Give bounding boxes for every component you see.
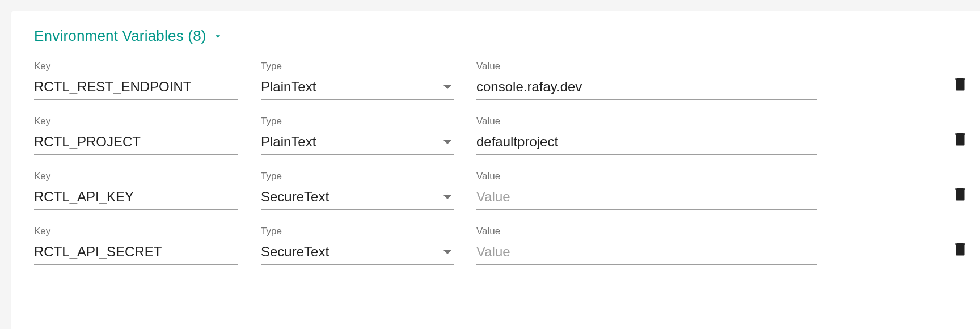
key-field: Key <box>34 226 238 265</box>
trash-icon <box>952 129 969 150</box>
value-field: Value <box>476 226 817 265</box>
delete-button[interactable] <box>952 239 969 265</box>
dropdown-arrow-icon <box>443 195 451 199</box>
key-label: Key <box>34 226 238 237</box>
value-field: Value <box>476 116 817 155</box>
key-field: Key <box>34 61 238 100</box>
env-var-row: Key Type PlainText Value <box>34 116 969 155</box>
type-value: SecureText <box>261 189 329 205</box>
value-field: Value <box>476 171 817 210</box>
delete-button[interactable] <box>952 74 969 100</box>
key-label: Key <box>34 61 238 72</box>
type-select[interactable]: SecureText <box>261 241 454 265</box>
type-label: Type <box>261 171 454 182</box>
key-field: Key <box>34 116 238 155</box>
dropdown-arrow-icon <box>443 140 451 144</box>
trash-icon <box>952 74 969 95</box>
key-field: Key <box>34 171 238 210</box>
dropdown-arrow-icon <box>443 250 451 254</box>
dropdown-arrow-icon <box>443 85 451 89</box>
type-select[interactable]: PlainText <box>261 75 454 100</box>
value-input[interactable] <box>476 130 817 155</box>
value-input[interactable] <box>476 75 817 100</box>
value-input[interactable] <box>476 185 817 210</box>
key-input[interactable] <box>34 185 238 210</box>
env-vars-card: Environment Variables (8) Key Type Plain… <box>11 11 980 329</box>
chevron-down-icon <box>212 31 223 42</box>
trash-icon <box>952 239 969 260</box>
type-select[interactable]: SecureText <box>261 185 454 210</box>
key-label: Key <box>34 116 238 127</box>
env-var-row: Key Type SecureText Value <box>34 171 969 210</box>
delete-button[interactable] <box>952 129 969 155</box>
type-field: Type PlainText <box>261 61 454 100</box>
section-title: Environment Variables (8) <box>34 27 206 45</box>
type-label: Type <box>261 226 454 237</box>
value-field: Value <box>476 61 817 100</box>
type-label: Type <box>261 116 454 127</box>
value-label: Value <box>476 171 817 182</box>
type-field: Type PlainText <box>261 116 454 155</box>
value-label: Value <box>476 116 817 127</box>
type-value: PlainText <box>261 79 316 95</box>
key-input[interactable] <box>34 241 238 265</box>
value-input[interactable] <box>476 241 817 265</box>
key-label: Key <box>34 171 238 182</box>
key-input[interactable] <box>34 130 238 155</box>
section-header[interactable]: Environment Variables (8) <box>34 27 969 45</box>
type-field: Type SecureText <box>261 171 454 210</box>
type-value: PlainText <box>261 134 316 150</box>
delete-button[interactable] <box>952 184 969 210</box>
value-label: Value <box>476 61 817 72</box>
type-field: Type SecureText <box>261 226 454 265</box>
type-value: SecureText <box>261 244 329 260</box>
type-label: Type <box>261 61 454 72</box>
env-var-row: Key Type PlainText Value <box>34 61 969 100</box>
env-var-row: Key Type SecureText Value <box>34 226 969 265</box>
value-label: Value <box>476 226 817 237</box>
type-select[interactable]: PlainText <box>261 130 454 155</box>
key-input[interactable] <box>34 75 238 100</box>
trash-icon <box>952 184 969 205</box>
